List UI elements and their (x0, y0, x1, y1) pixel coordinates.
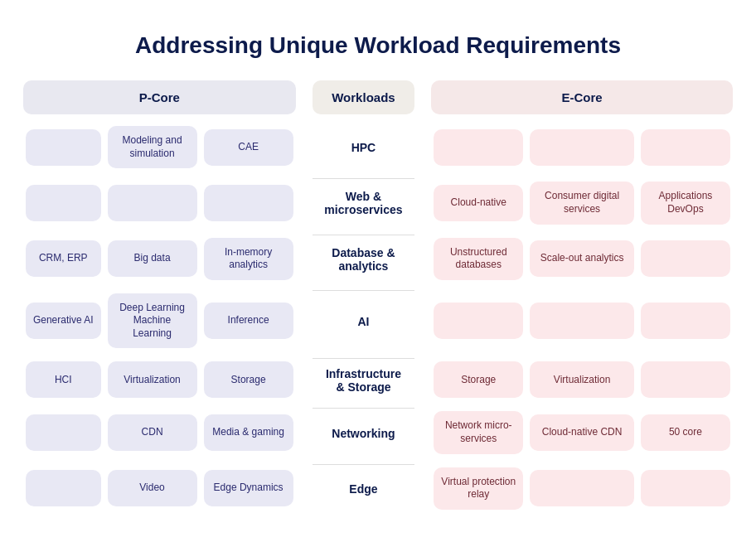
gap-cell (298, 178, 311, 227)
ecore-pill-3-1 (530, 303, 634, 339)
pcore-pill-5-1: CDN (108, 414, 197, 451)
gap-1 (298, 80, 311, 114)
ecore-pill-5-1: Cloud-native CDN (530, 414, 634, 451)
ecore-pill-3-0 (434, 303, 523, 339)
ecore-pill-0-0 (434, 129, 523, 166)
pcore-pill-4-2: Storage (204, 361, 293, 398)
ecore-pill-1-2: Applications DevOps (641, 182, 730, 224)
ecore-cell-3-1 (527, 290, 637, 352)
workload-label-3-0: AI (357, 315, 369, 328)
pcore-cell-4-0: HCI (23, 358, 104, 401)
ecore-cell-5-2: 50 core (638, 408, 733, 457)
pcore-cell-1-0 (23, 178, 104, 227)
table-row: VideoEdge DynamicsEdgeVirtual protection… (23, 464, 733, 513)
workload-label-2-1: analytics (338, 259, 388, 273)
pcore-cell-4-2: Storage (201, 358, 296, 401)
ecore-cell-6-1 (527, 464, 637, 513)
gap-cell-2 (416, 123, 429, 172)
ecore-pill-4-2 (641, 361, 730, 398)
ecore-pill-6-0: Virtual protection relay (434, 467, 523, 510)
gap-cell (298, 235, 311, 283)
gap-cell-2 (416, 408, 429, 457)
workload-cell-0: HPC (313, 123, 414, 172)
pcore-pill-2-1: Big data (108, 240, 197, 277)
ecore-pill-6-1 (530, 470, 634, 506)
workload-label-6-0: Edge (349, 482, 377, 496)
ecore-cell-1-2: Applications DevOps (638, 178, 733, 227)
pcore-pill-5-2: Media & gaming (204, 414, 293, 451)
gap-cell-2 (416, 235, 429, 283)
pcore-pill-0-2: CAE (204, 129, 293, 166)
ecore-cell-4-1: Virtualization (527, 358, 637, 401)
pcore-cell-0-0 (23, 123, 104, 172)
ecore-pill-2-1: Scale-out analytics (530, 240, 634, 277)
gap-cell (298, 290, 311, 352)
ecore-cell-2-1: Scale-out analytics (527, 235, 637, 283)
workload-cell-2: Database &analytics (313, 235, 414, 283)
pcore-cell-0-2: CAE (201, 123, 296, 172)
gap-2 (416, 80, 429, 114)
ecore-pill-4-0: Storage (434, 361, 523, 398)
workload-cell-4: Infrastructure& Storage (313, 358, 414, 401)
row-spacer (23, 230, 733, 233)
ecore-cell-3-0 (431, 290, 526, 352)
ecore-pill-0-2 (641, 129, 730, 166)
pcore-pill-1-2 (204, 185, 293, 221)
ecore-cell-5-1: Cloud-native CDN (527, 408, 637, 457)
gap-cell (298, 358, 311, 401)
table-row: CDNMedia & gamingNetworkingNetwork micro… (23, 408, 733, 457)
pcore-cell-3-0: Generative AI (23, 290, 104, 352)
workload-cell-6: Edge (313, 464, 414, 513)
row-spacer (23, 459, 733, 462)
pcore-pill-2-0: CRM, ERP (26, 240, 101, 277)
workload-label-2-0: Database & (332, 246, 395, 259)
workload-cell-3: AI (313, 290, 414, 352)
table-row: Web &microservicesCloud-nativeConsumer d… (23, 178, 733, 227)
pcore-pill-0-1: Modeling and simulation (108, 126, 197, 168)
table-body: Modeling and simulationCAEHPCWeb &micros… (23, 123, 733, 513)
workload-label-5-0: Networking (332, 427, 395, 440)
gap-cell (298, 408, 311, 457)
pcore-cell-3-2: Inference (201, 290, 296, 352)
pcore-cell-6-2: Edge Dynamics (201, 464, 296, 513)
table-row: HCIVirtualizationStorageInfrastructure& … (23, 358, 733, 401)
pcore-cell-5-2: Media & gaming (201, 408, 296, 457)
row-spacer (23, 353, 733, 356)
ecore-header: E-Core (431, 80, 733, 114)
pcore-cell-5-0 (23, 408, 104, 457)
pcore-pill-3-2: Inference (204, 303, 293, 339)
pcore-cell-1-1 (105, 178, 200, 227)
ecore-pill-2-0: Unstructured databases (434, 238, 523, 280)
header-row: P-Core Workloads E-Core (23, 80, 733, 114)
ecore-pill-3-2 (641, 303, 730, 339)
ecore-cell-4-0: Storage (431, 358, 526, 401)
pcore-pill-0-0 (26, 129, 101, 166)
pcore-header: P-Core (23, 80, 296, 114)
ecore-cell-0-1 (527, 123, 637, 172)
pcore-cell-5-1: CDN (105, 408, 200, 457)
workload-table: P-Core Workloads E-Core Modeling and sim… (22, 79, 734, 515)
workloads-header: Workloads (313, 80, 414, 114)
row-spacer (23, 173, 733, 177)
gap-cell (298, 123, 311, 172)
ecore-pill-2-2 (641, 240, 730, 277)
ecore-pill-5-2: 50 core (641, 414, 730, 451)
pcore-cell-6-1: Video (105, 464, 200, 513)
ecore-cell-5-0: Network micro-services (431, 408, 526, 457)
ecore-pill-6-2 (641, 470, 730, 506)
table-row: Modeling and simulationCAEHPC (23, 123, 733, 172)
workload-label-1-0: Web & (346, 190, 381, 203)
pcore-cell-4-1: Virtualization (105, 358, 200, 401)
pcore-pill-1-0 (26, 185, 101, 221)
pcore-cell-3-1: Deep Learning Machine Learning (105, 290, 200, 352)
ecore-pill-4-1: Virtualization (530, 361, 634, 398)
workload-label-4-0: Infrastructure (326, 367, 401, 380)
ecore-cell-4-2 (638, 358, 733, 401)
pcore-cell-1-2 (201, 178, 296, 227)
pcore-cell-2-0: CRM, ERP (23, 235, 104, 283)
workload-label-4-1: & Storage (336, 380, 390, 394)
gap-cell-2 (416, 290, 429, 352)
pcore-pill-3-1: Deep Learning Machine Learning (108, 293, 197, 349)
ecore-cell-1-0: Cloud-native (431, 178, 526, 227)
pcore-cell-2-1: Big data (105, 235, 200, 283)
